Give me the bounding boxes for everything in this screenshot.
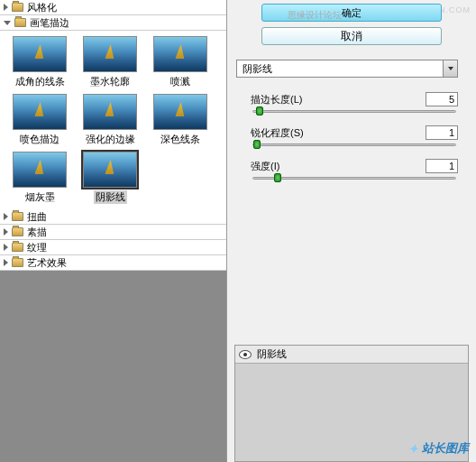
slider-track[interactable]: [252, 110, 456, 113]
slider-value-input[interactable]: [426, 159, 458, 173]
thumb-image: [83, 94, 137, 130]
thumb-label: 深色线条: [160, 133, 200, 146]
folder-icon: [12, 258, 23, 267]
slider-label: 强度(I): [251, 160, 279, 173]
thumb-image: [13, 94, 67, 130]
thumb-label: 喷色描边: [20, 133, 60, 146]
slider-thumb[interactable]: [274, 173, 281, 182]
thumb-label: 喷溅: [170, 75, 190, 88]
thumb-label: 烟灰墨: [25, 190, 55, 204]
filter-thumb[interactable]: 阴影线: [78, 152, 142, 204]
filter-thumb[interactable]: 成角的线条: [7, 36, 72, 88]
category-distort[interactable]: 扭曲: [0, 209, 226, 225]
slider-track[interactable]: [252, 177, 456, 180]
folder-icon: [12, 227, 23, 236]
category-brush[interactable]: 画笔描边: [0, 15, 226, 31]
expand-icon: [4, 259, 8, 266]
category-label: 纹理: [27, 241, 47, 254]
category-stylize[interactable]: 风格化: [0, 0, 226, 15]
thumb-image: [13, 36, 67, 72]
filter-thumb[interactable]: 深色线条: [148, 94, 213, 146]
category-label: 素描: [27, 226, 47, 239]
chevron-down-icon: [443, 60, 457, 77]
cancel-button[interactable]: 取消: [261, 27, 442, 45]
category-label: 风格化: [27, 1, 57, 14]
category-sketch[interactable]: 素描: [0, 225, 226, 240]
ok-button[interactable]: 确定 思缘设计论坛: [261, 4, 442, 22]
filter-thumb[interactable]: 烟灰墨: [7, 152, 72, 204]
thumb-image: [153, 94, 207, 130]
thumb-image: [153, 36, 207, 72]
thumb-image: [13, 152, 67, 188]
category-label: 扭曲: [27, 210, 47, 224]
thumb-label: 墨水轮廓: [90, 75, 130, 88]
category-label: 画笔描边: [30, 16, 69, 30]
subtitle-text: 思缘设计论坛: [288, 7, 342, 23]
expand-icon: [4, 244, 8, 251]
slider-value-input[interactable]: [426, 92, 458, 106]
category-label: 艺术效果: [27, 256, 67, 270]
folder-icon: [12, 3, 23, 12]
category-artistic[interactable]: 艺术效果: [0, 255, 226, 271]
slider-track[interactable]: [252, 143, 456, 146]
site-logo: 站长图库: [408, 440, 469, 457]
thumb-label: 强化的边缘: [86, 133, 135, 146]
filter-thumb[interactable]: 墨水轮廓: [78, 36, 142, 88]
expand-icon: [4, 4, 8, 11]
dropdown-value: 阴影线: [237, 62, 443, 76]
thumb-image: [83, 36, 137, 72]
folder-icon: [14, 18, 26, 27]
empty-area: [0, 271, 226, 462]
slider-value-input[interactable]: [426, 125, 458, 140]
thumb-image: [83, 152, 137, 188]
filter-tree-panel: 风格化 画笔描边 成角的线条墨水轮廓喷溅喷色描边强化的边缘深色线条烟灰墨阴影线 …: [0, 0, 227, 462]
filter-thumb[interactable]: 喷溅: [148, 36, 213, 88]
thumb-label: 阴影线: [94, 190, 127, 204]
slider-group: 描边长度(L): [251, 92, 458, 113]
collapse-icon: [4, 21, 11, 25]
slider-label: 描边长度(L): [251, 93, 302, 106]
slider-group: 锐化程度(S): [251, 125, 458, 146]
filter-thumb[interactable]: 强化的边缘: [78, 94, 142, 146]
thumb-label: 成角的线条: [15, 75, 65, 88]
slider-group: 强度(I): [251, 159, 458, 180]
folder-icon: [12, 243, 23, 252]
expand-icon: [4, 213, 8, 220]
expand-icon: [4, 228, 8, 236]
filter-thumb[interactable]: 喷色描边: [7, 94, 72, 146]
filter-dropdown[interactable]: 阴影线: [236, 60, 458, 78]
slider-thumb[interactable]: [253, 140, 261, 149]
thumbnail-grid: 成角的线条墨水轮廓喷溅喷色描边强化的边缘深色线条烟灰墨阴影线: [0, 31, 226, 209]
category-texture[interactable]: 纹理: [0, 240, 226, 255]
slider-thumb[interactable]: [256, 106, 263, 116]
visibility-icon[interactable]: [239, 350, 252, 359]
folder-icon: [12, 212, 23, 221]
layer-row[interactable]: 阴影线: [235, 346, 468, 364]
settings-panel: WWW.MISSYUAN.COM 确定 思缘设计论坛 取消 阴影线 描边长度(L…: [227, 0, 476, 462]
slider-label: 锐化程度(S): [251, 126, 304, 140]
layer-label: 阴影线: [257, 347, 287, 361]
